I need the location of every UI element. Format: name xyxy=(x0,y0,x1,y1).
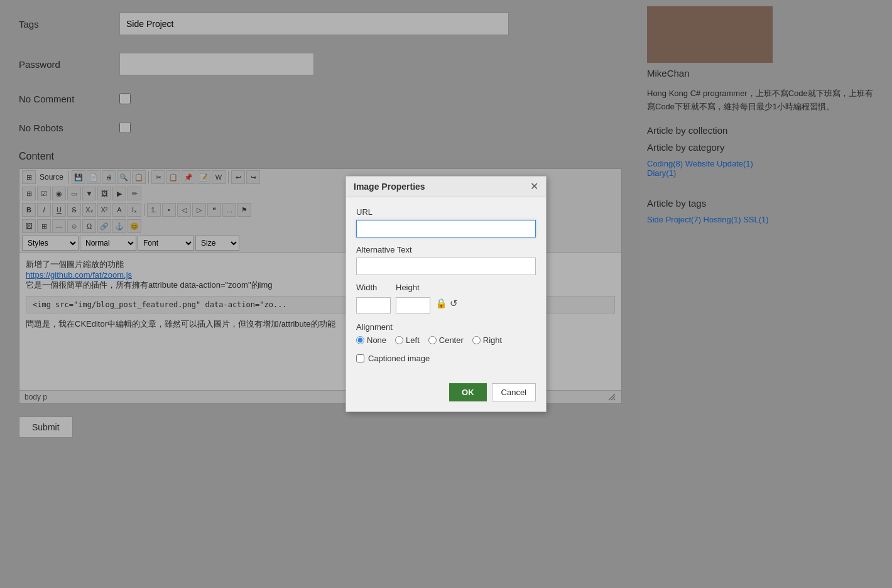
modal-close-button[interactable]: ✕ xyxy=(530,182,538,192)
modal-overlay: Image Properties ✕ URL Alternative Text … xyxy=(0,0,892,588)
modal-body: URL Alternative Text Width Height 🔒 ↺ xyxy=(346,197,546,383)
captioned-row: Captioned image xyxy=(356,354,536,363)
dimensions-row: Width Height 🔒 ↺ xyxy=(356,283,536,313)
alignment-left-radio[interactable] xyxy=(395,336,403,344)
captioned-label: Captioned image xyxy=(368,354,430,363)
alignment-center-radio[interactable] xyxy=(428,336,437,344)
alignment-none-label: None xyxy=(367,335,386,345)
alignment-right-option[interactable]: Right xyxy=(472,335,502,345)
alignment-options: None Left Center Right xyxy=(356,335,536,345)
height-label: Height xyxy=(396,283,430,292)
image-properties-modal: Image Properties ✕ URL Alternative Text … xyxy=(345,176,547,412)
url-input[interactable] xyxy=(356,220,536,237)
alignment-none-radio[interactable] xyxy=(356,336,364,344)
alignment-center-option[interactable]: Center xyxy=(428,335,464,345)
alignment-right-radio[interactable] xyxy=(472,336,481,344)
alignment-center-label: Center xyxy=(439,335,464,345)
height-group: Height xyxy=(396,283,430,313)
alignment-label: Alignment xyxy=(356,322,536,332)
ok-button[interactable]: OK xyxy=(449,383,487,401)
modal-title: Image Properties xyxy=(354,182,425,192)
modal-footer: OK Cancel xyxy=(346,383,546,411)
alignment-left-label: Left xyxy=(406,335,420,345)
alignment-left-option[interactable]: Left xyxy=(395,335,420,345)
captioned-checkbox[interactable] xyxy=(356,354,364,362)
lock-aspect-button[interactable]: 🔒 xyxy=(435,298,447,309)
width-group: Width xyxy=(356,283,391,313)
width-input[interactable] xyxy=(356,297,391,313)
alignment-right-label: Right xyxy=(483,335,502,345)
reset-dimensions-button[interactable]: ↺ xyxy=(450,298,458,309)
cancel-button[interactable]: Cancel xyxy=(492,383,536,401)
alt-text-label: Alternative Text xyxy=(356,245,536,254)
dimension-icons: 🔒 ↺ xyxy=(435,298,458,309)
alignment-none-option[interactable]: None xyxy=(356,335,386,345)
alt-text-input[interactable] xyxy=(356,258,536,275)
height-input[interactable] xyxy=(396,297,430,313)
width-label: Width xyxy=(356,283,391,292)
modal-header: Image Properties ✕ xyxy=(346,177,546,197)
url-label: URL xyxy=(356,207,536,217)
alignment-section: Alignment None Left Center xyxy=(356,322,536,345)
